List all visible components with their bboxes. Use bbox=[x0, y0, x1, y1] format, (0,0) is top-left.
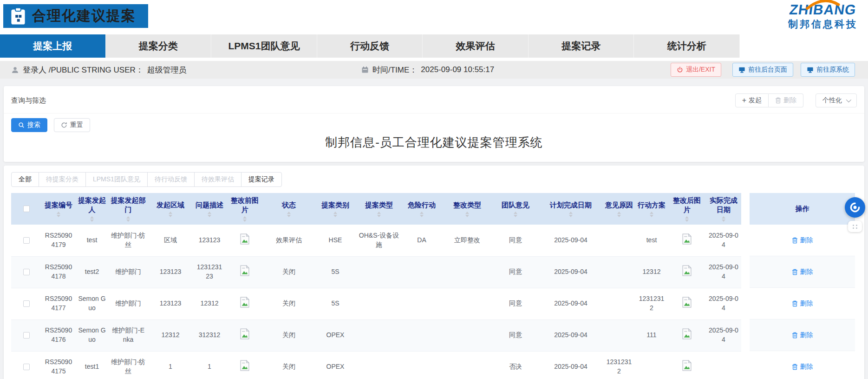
col-danger[interactable]: 提案类型 bbox=[357, 193, 401, 225]
col-pre_image[interactable]: 问题描述 bbox=[193, 193, 226, 225]
row-delete-button[interactable]: 删除 bbox=[792, 299, 813, 308]
row-delete-label: 删除 bbox=[800, 268, 813, 276]
tab-7[interactable]: 统计分析 bbox=[634, 34, 740, 58]
image-placeholder-icon[interactable] bbox=[240, 265, 249, 279]
tab-4[interactable]: 行动反馈 bbox=[317, 34, 423, 58]
cell-dept: 维护部门-纺丝 bbox=[109, 351, 148, 379]
monitor-icon bbox=[738, 66, 745, 73]
image-placeholder-icon[interactable] bbox=[682, 233, 692, 247]
col-type[interactable]: 提案类别 bbox=[314, 193, 357, 225]
col-team_opinion[interactable]: 整改类型 bbox=[442, 193, 492, 225]
cell-type bbox=[357, 319, 401, 351]
col-actual_date[interactable]: 整改后图片 bbox=[668, 193, 706, 225]
vertical-scrollbar-track[interactable] bbox=[741, 193, 750, 379]
cell-post_image bbox=[668, 319, 706, 351]
select-all-checkbox[interactable] bbox=[23, 206, 30, 212]
col-post_image[interactable]: 行动方案 bbox=[635, 193, 668, 225]
drag-dots-icon[interactable] bbox=[848, 221, 862, 232]
cell-opinion_reason bbox=[603, 288, 635, 319]
row-checkbox[interactable] bbox=[23, 332, 30, 339]
row-checkbox[interactable] bbox=[23, 364, 30, 370]
cell-desc: 123123 bbox=[193, 225, 226, 256]
search-button[interactable]: 搜索 bbox=[11, 118, 47, 132]
row-select-cell bbox=[11, 351, 42, 379]
brand-logo: ZHIBANG 制邦信息科技 bbox=[788, 2, 858, 31]
cell-category: OPEX bbox=[314, 351, 357, 379]
filter-button-6[interactable]: 提案记录 bbox=[241, 172, 282, 187]
cell-dept: 维护部门 bbox=[109, 288, 148, 319]
assistant-icon[interactable] bbox=[845, 197, 865, 218]
row-checkbox[interactable] bbox=[23, 300, 30, 307]
image-placeholder-icon[interactable] bbox=[240, 233, 249, 247]
cell-danger bbox=[401, 319, 442, 351]
table-row: RS250904177Semon Guo维护部门12312312312关闭5S同… bbox=[11, 288, 741, 319]
col-status[interactable]: 整改前图片 bbox=[226, 193, 264, 225]
exit-button[interactable]: 退出/EXIT bbox=[671, 63, 721, 77]
col-undefined[interactable]: 实际完成日期 bbox=[706, 193, 741, 225]
image-placeholder-icon[interactable] bbox=[240, 328, 249, 342]
row-delete-label: 删除 bbox=[800, 363, 813, 371]
col-proposer[interactable]: 提案编号 bbox=[42, 193, 75, 225]
cell-rect_type bbox=[442, 256, 492, 288]
filter-button-1[interactable]: 全部 bbox=[11, 172, 39, 187]
row-select-cell bbox=[11, 319, 42, 351]
cell-rect_type bbox=[442, 288, 492, 319]
col-rect_type[interactable]: 危险行动 bbox=[401, 193, 442, 225]
cell-team_opinion: 同意 bbox=[492, 288, 539, 319]
filter-button-5[interactable]: 待效果评估 bbox=[194, 172, 241, 187]
sort-carets-icon bbox=[465, 212, 469, 217]
cell-rect_type: 立即整改 bbox=[442, 225, 492, 256]
cell-danger bbox=[401, 256, 442, 288]
delete-button[interactable]: 删除 bbox=[769, 93, 803, 107]
filter-button-3[interactable]: LPMS1团队意见 bbox=[85, 172, 148, 187]
col-action_plan[interactable]: 意见原因 bbox=[603, 193, 635, 225]
row-checkbox[interactable] bbox=[23, 269, 30, 275]
row-delete-button[interactable]: 删除 bbox=[792, 268, 813, 276]
col-area[interactable]: 提案发起部门 bbox=[109, 193, 148, 225]
go-backend-button[interactable]: 前往后台页面 bbox=[732, 63, 793, 77]
cell-pre_image bbox=[226, 225, 264, 256]
row-delete-button[interactable]: 删除 bbox=[792, 363, 813, 371]
filter-button-2[interactable]: 待提案分类 bbox=[39, 172, 86, 187]
query-actions: + 发起 删除 个性化 bbox=[735, 93, 857, 107]
col-dept[interactable]: 提案发起人 bbox=[75, 193, 109, 225]
col-label: 实际完成日期 bbox=[708, 196, 739, 215]
col-plan_date[interactable]: 团队意见 bbox=[492, 193, 539, 225]
tab-2[interactable]: 提案分类 bbox=[106, 34, 212, 58]
tab-6[interactable]: 提案记录 bbox=[529, 34, 634, 58]
image-placeholder-icon[interactable] bbox=[240, 360, 249, 374]
filter-button-4[interactable]: 待行动反馈 bbox=[147, 172, 195, 187]
col-desc[interactable]: 发起区域 bbox=[148, 193, 193, 225]
sort-carets-icon bbox=[333, 212, 337, 217]
cell-desc: 123123123 bbox=[193, 256, 226, 288]
tab-5[interactable]: 效果评估 bbox=[423, 34, 529, 58]
image-placeholder-icon[interactable] bbox=[682, 265, 692, 279]
row-checkbox[interactable] bbox=[23, 237, 30, 244]
image-placeholder-icon[interactable] bbox=[682, 297, 692, 311]
tab-1[interactable]: 提案上报 bbox=[0, 34, 106, 58]
image-placeholder-icon[interactable] bbox=[682, 328, 692, 342]
action-cell: 删除 bbox=[750, 225, 855, 256]
launch-button[interactable]: + 发起 bbox=[735, 93, 769, 107]
sort-carets-icon bbox=[685, 216, 689, 222]
cell-status: 关闭 bbox=[264, 319, 314, 351]
cell-pre_image bbox=[226, 351, 264, 379]
row-delete-label: 删除 bbox=[800, 331, 813, 339]
row-delete-button[interactable]: 删除 bbox=[792, 236, 813, 245]
cell-actual_date: 2025-09-04 bbox=[706, 288, 741, 319]
col-opinion_reason[interactable]: 计划完成日期 bbox=[539, 193, 603, 225]
image-placeholder-icon[interactable] bbox=[240, 297, 249, 311]
tab-3[interactable]: LPMS1团队意见 bbox=[211, 34, 317, 58]
image-placeholder-icon[interactable] bbox=[682, 360, 692, 374]
col-category[interactable]: 状态 bbox=[264, 193, 314, 225]
personalize-button[interactable]: 个性化 bbox=[816, 93, 857, 107]
monitor-icon bbox=[807, 66, 814, 73]
row-delete-button[interactable]: 删除 bbox=[792, 331, 813, 339]
reset-button[interactable]: 重置 bbox=[54, 118, 90, 132]
table-row: RS250904178test2维护部门123123123123123关闭5S同… bbox=[11, 256, 741, 288]
go-origin-button[interactable]: 前往原系统 bbox=[801, 63, 855, 77]
cell-actual_date: 2025-09-04 bbox=[706, 225, 741, 256]
cell-rect_type bbox=[442, 351, 492, 379]
col-label: 提案编号 bbox=[45, 200, 72, 210]
login-user: 超级管理员 bbox=[147, 65, 187, 75]
